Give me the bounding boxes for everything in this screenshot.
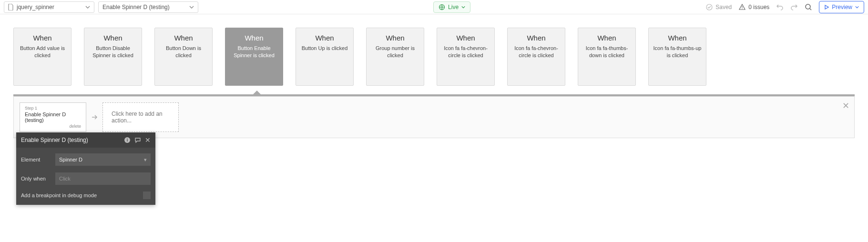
undo-button[interactable] — [776, 3, 784, 11]
properties-panel: Enable Spinner D (testing) i ✕ Element S… — [16, 132, 155, 205]
step-card[interactable]: Step 1 Enable Spinner D (testing) delete — [20, 102, 86, 132]
svg-line-5 — [810, 9, 811, 10]
chevron-down-icon: ▾ — [144, 157, 147, 163]
properties-body: Element Spinner D ▾ Only when Add a brea… — [16, 148, 155, 205]
event-card[interactable]: WhenButton Disable Spinner is clicked — [84, 28, 142, 86]
saved-label: Saved — [715, 4, 732, 10]
element-label: Element — [21, 157, 55, 162]
event-description: Icon fa fa-chevron-circle is clicked — [511, 45, 561, 60]
search-button[interactable] — [805, 3, 812, 11]
saved-indicator: Saved — [705, 3, 732, 11]
event-card[interactable]: WhenButton Up is clicked — [296, 28, 354, 86]
svg-point-4 — [806, 4, 810, 9]
event-description: Button Enable Spinner is clicked — [229, 45, 279, 60]
event-when: When — [582, 34, 632, 42]
topbar-right: Saved 0 issues Preview — [705, 1, 864, 13]
chevron-down-icon — [85, 5, 90, 10]
redo-button[interactable] — [790, 3, 798, 11]
event-when: When — [88, 34, 138, 42]
only-when-row: Only when — [21, 172, 151, 185]
event-description: Button Disable Spinner is clicked — [88, 45, 138, 60]
event-when: When — [653, 34, 702, 42]
warning-icon — [738, 3, 746, 11]
element-select[interactable]: Spinner D ▾ — [55, 153, 151, 166]
breakpoint-row: Add a breakpoint in debug mode — [21, 192, 151, 199]
event-card[interactable]: WhenButton Down is clicked — [154, 28, 213, 86]
page-selector[interactable]: jquery_spinner — [4, 1, 94, 13]
event-description: Icon fa fa-thumbs-up is clicked — [653, 45, 702, 60]
event-when: When — [300, 34, 349, 42]
preview-label: Preview — [832, 4, 852, 10]
event-description: Button Down is clicked — [159, 45, 208, 60]
step-title: Enable Spinner D (testing) — [25, 111, 81, 123]
workflow-name: Enable Spinner D (testing) — [102, 4, 170, 10]
breakpoint-checkbox[interactable] — [143, 192, 151, 199]
connector-arrow-icon — [253, 91, 261, 94]
check-circle-icon — [705, 3, 713, 11]
issues-indicator[interactable]: 0 issues — [738, 3, 769, 11]
event-description: Button Up is clicked — [300, 45, 349, 52]
add-action-button[interactable]: Click here to add an action... — [102, 102, 179, 132]
comment-icon[interactable] — [134, 137, 141, 143]
event-description: Group number is clicked — [370, 45, 420, 60]
only-when-input[interactable] — [55, 172, 151, 185]
event-row: WhenButton Add value is clickedWhenButto… — [13, 28, 855, 86]
workflow-selector[interactable]: Enable Spinner D (testing) — [98, 1, 198, 13]
chevron-down-icon — [461, 5, 465, 9]
event-when: When — [370, 34, 420, 42]
live-badge[interactable]: Live — [433, 1, 470, 13]
event-description: Icon fa fa-chevron-circle is clicked — [441, 45, 490, 60]
event-when: When — [159, 34, 208, 42]
only-when-label: Only when — [21, 176, 55, 182]
event-when: When — [441, 34, 490, 42]
add-action-label: Click here to add an action... — [112, 111, 170, 124]
step-delete-link[interactable]: delete — [25, 124, 81, 129]
event-description: Icon fa fa-thumbs-down is clicked — [582, 45, 632, 60]
element-value: Spinner D — [59, 157, 82, 162]
arrow-right-icon — [91, 102, 98, 132]
properties-header[interactable]: Enable Spinner D (testing) i ✕ — [16, 132, 155, 148]
svg-point-3 — [742, 8, 743, 9]
event-when: When — [18, 34, 67, 42]
topbar: jquery_spinner Enable Spinner D (testing… — [0, 0, 868, 14]
step-number: Step 1 — [25, 106, 81, 111]
event-description: Button Add value is clicked — [18, 45, 67, 60]
chevron-down-icon — [189, 5, 194, 10]
event-card[interactable]: WhenIcon fa fa-chevron-circle is clicked — [507, 28, 565, 86]
svg-point-1 — [706, 4, 712, 10]
file-icon — [8, 4, 14, 10]
info-icon[interactable]: i — [124, 137, 131, 143]
topbar-center: Live — [202, 1, 702, 13]
event-when: When — [229, 34, 279, 42]
properties-title: Enable Spinner D (testing) — [21, 137, 120, 143]
event-card[interactable]: WhenButton Enable Spinner is clicked — [225, 28, 283, 86]
event-card[interactable]: WhenIcon fa fa-thumbs-up is clicked — [648, 28, 706, 86]
svg-text:i: i — [127, 138, 128, 142]
event-card[interactable]: WhenButton Add value is clicked — [13, 28, 71, 86]
close-icon[interactable]: ✕ — [145, 136, 151, 144]
page-name: jquery_spinner — [17, 4, 54, 10]
element-row: Element Spinner D ▾ — [21, 153, 151, 166]
workflow-area: WhenButton Add value is clickedWhenButto… — [0, 14, 868, 138]
close-panel-button[interactable]: ✕ — [842, 101, 849, 111]
event-when: When — [511, 34, 561, 42]
globe-icon — [439, 4, 445, 10]
issues-label: 0 issues — [748, 4, 769, 10]
live-label: Live — [448, 4, 459, 10]
event-card[interactable]: WhenIcon fa fa-chevron-circle is clicked — [437, 28, 495, 86]
breakpoint-label: Add a breakpoint in debug mode — [21, 192, 97, 198]
action-panel: ✕ Step 1 Enable Spinner D (testing) dele… — [13, 96, 855, 138]
play-icon — [824, 5, 829, 10]
chevron-down-icon — [855, 5, 859, 9]
event-card[interactable]: WhenIcon fa fa-thumbs-down is clicked — [578, 28, 636, 86]
event-card[interactable]: WhenGroup number is clicked — [366, 28, 424, 86]
preview-button[interactable]: Preview — [819, 1, 864, 13]
step-row: Step 1 Enable Spinner D (testing) delete… — [20, 102, 179, 132]
